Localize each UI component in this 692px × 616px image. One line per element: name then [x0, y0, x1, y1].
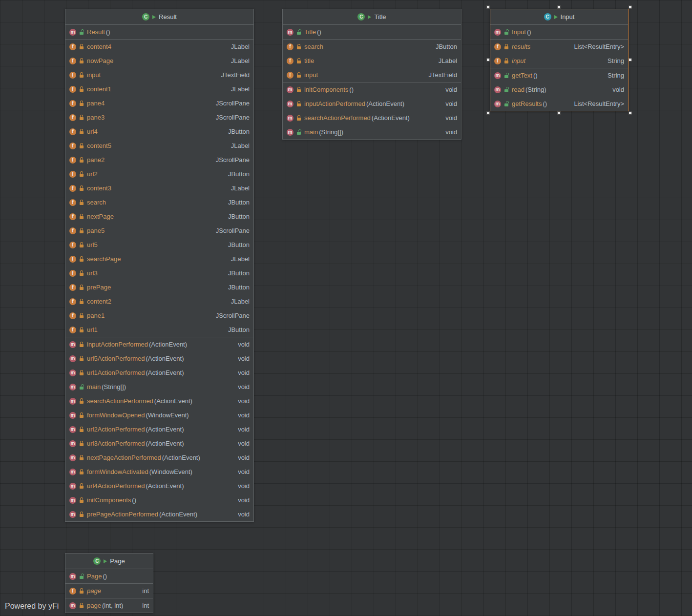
method-row[interactable]: getText () String	[490, 68, 628, 82]
field-row[interactable]: nextPage JButton	[65, 209, 253, 224]
field-row[interactable]: input JTextField	[283, 68, 461, 82]
field-icon	[494, 58, 501, 64]
visibility-icon	[79, 157, 84, 163]
member-type: List<ResultEntry>	[568, 43, 624, 50]
selection-handle-se[interactable]	[629, 111, 632, 115]
field-row[interactable]: prePage JButton	[65, 280, 253, 294]
member-params: ()	[533, 72, 538, 79]
class-header[interactable]: Result	[65, 9, 253, 25]
field-row[interactable]: content1 JLabel	[65, 82, 253, 96]
member-type: JButton	[222, 284, 250, 291]
selection-handle-nw[interactable]	[486, 5, 490, 9]
visibility-icon	[79, 398, 84, 404]
constructor-row[interactable]: Result ()	[65, 25, 253, 39]
method-row[interactable]: formWindowOpened (WindowEvent) void	[65, 408, 253, 422]
selection-handle-ne[interactable]	[629, 5, 632, 9]
method-row[interactable]: main (String[]) void	[283, 125, 461, 139]
method-row[interactable]: read (String) void	[490, 82, 628, 97]
field-row[interactable]: url3 JButton	[65, 266, 253, 280]
member-name: url4ActionPerformed	[87, 482, 145, 490]
fields-section: content4 JLabel nowPage JLabel input JTe…	[65, 39, 253, 337]
field-row[interactable]: url1 JButton	[65, 323, 253, 337]
field-row[interactable]: search JButton	[283, 40, 461, 54]
selection-handle-e[interactable]	[629, 58, 632, 62]
field-icon	[69, 100, 76, 107]
public-class-visibility-icon	[554, 15, 558, 19]
field-row[interactable]: searchPage JLabel	[65, 252, 253, 266]
constructor-row[interactable]: Input ()	[490, 25, 628, 39]
field-row[interactable]: content2 JLabel	[65, 294, 253, 308]
method-row[interactable]: inputActionPerformed (ActionEvent) void	[65, 337, 253, 351]
class-header[interactable]: Page	[65, 554, 153, 569]
member-type: void	[232, 511, 250, 518]
field-row[interactable]: url4 JButton	[65, 124, 253, 139]
method-row[interactable]: url1ActionPerformed (ActionEvent) void	[65, 366, 253, 380]
method-row[interactable]: url2ActionPerformed (ActionEvent) void	[65, 422, 253, 436]
class-header[interactable]: Title	[283, 9, 461, 25]
class-header[interactable]: Input	[490, 9, 628, 25]
method-icon	[69, 398, 76, 405]
field-row[interactable]: pane2 JScrollPane	[65, 153, 253, 167]
selection-handle-w[interactable]	[486, 58, 490, 62]
member-name: pane4	[87, 100, 105, 107]
class-box-result[interactable]: Result Result () content4 JLabel	[65, 9, 254, 522]
member-type: JLabel	[225, 185, 250, 192]
class-box-page[interactable]: Page Page () page int	[65, 553, 153, 613]
field-row[interactable]: pane1 JScrollPane	[65, 308, 253, 323]
selection-handle-n[interactable]	[557, 5, 561, 9]
field-row[interactable]: url5 JButton	[65, 238, 253, 252]
method-row[interactable]: initComponents () void	[283, 82, 461, 97]
class-box-title[interactable]: Title Title () search JButton	[282, 9, 461, 140]
field-row[interactable]: results List<ResultEntry>	[490, 40, 628, 54]
field-row[interactable]: pane4 JScrollPane	[65, 96, 253, 110]
visibility-icon	[296, 115, 301, 121]
member-type: void	[232, 454, 250, 461]
method-row[interactable]: url3ActionPerformed (ActionEvent) void	[65, 436, 253, 451]
field-row[interactable]: title JLabel	[283, 54, 461, 68]
selection-handle-sw[interactable]	[486, 111, 490, 115]
field-row[interactable]: content3 JLabel	[65, 181, 253, 195]
method-icon	[69, 511, 76, 518]
member-name: url2	[87, 170, 98, 178]
method-row[interactable]: searchActionPerformed (ActionEvent) void	[283, 111, 461, 125]
method-row[interactable]: getResults () List<ResultEntry>	[490, 97, 628, 111]
field-row[interactable]: nowPage JLabel	[65, 54, 253, 68]
member-params: (WindowEvent)	[149, 468, 192, 475]
member-name: content2	[87, 298, 111, 305]
method-row[interactable]: inputActionPerformed (ActionEvent) void	[283, 97, 461, 111]
field-icon	[69, 327, 76, 333]
field-row[interactable]: content5 JLabel	[65, 139, 253, 153]
constructor-section: Input ()	[490, 25, 628, 39]
field-row[interactable]: pane3 JScrollPane	[65, 110, 253, 124]
selection-handle-s[interactable]	[557, 111, 561, 115]
method-row[interactable]: prePageActionPerformed (ActionEvent) voi…	[65, 507, 253, 521]
method-row[interactable]: url5ActionPerformed (ActionEvent) void	[65, 351, 253, 366]
method-row[interactable]: page (int, int) int	[65, 598, 153, 613]
method-row[interactable]: url4ActionPerformed (ActionEvent) void	[65, 479, 253, 493]
field-row[interactable]: search JButton	[65, 195, 253, 209]
member-name: inputActionPerformed	[87, 341, 148, 348]
method-row[interactable]: formWindowActivated (WindowEvent) void	[65, 465, 253, 479]
member-type: void	[440, 128, 457, 136]
method-row[interactable]: searchActionPerformed (ActionEvent) void	[65, 394, 253, 408]
field-row[interactable]: url2 JButton	[65, 167, 253, 181]
field-row[interactable]: input String	[490, 54, 628, 68]
field-icon	[494, 43, 501, 50]
method-row[interactable]: main (String[]) void	[65, 380, 253, 394]
visibility-icon	[79, 270, 84, 276]
field-row[interactable]: input JTextField	[65, 68, 253, 82]
method-icon	[69, 497, 76, 504]
class-box-input[interactable]: Input Input () results List<Resu	[490, 9, 629, 111]
diagram-canvas[interactable]: Powered by yFi Result Result ()	[0, 0, 692, 616]
constructor-row[interactable]: Title ()	[283, 25, 461, 39]
method-row[interactable]: initComponents () void	[65, 493, 253, 507]
visibility-icon	[79, 29, 84, 35]
field-row[interactable]: page int	[65, 584, 153, 598]
visibility-icon	[79, 574, 84, 579]
visibility-icon	[79, 370, 84, 376]
constructor-row[interactable]: Page ()	[65, 569, 153, 583]
field-row[interactable]: content4 JLabel	[65, 40, 253, 54]
method-row[interactable]: nextPageActionPerformed (ActionEvent) vo…	[65, 451, 253, 465]
field-row[interactable]: pane5 JScrollPane	[65, 224, 253, 238]
method-icon	[494, 72, 501, 79]
